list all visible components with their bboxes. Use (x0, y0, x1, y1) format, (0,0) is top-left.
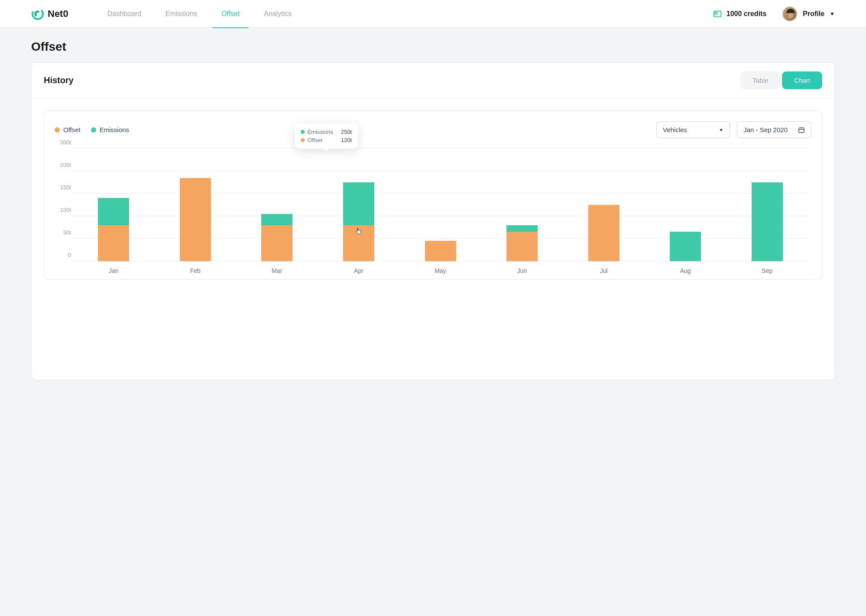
bar-stack (261, 214, 292, 261)
x-tick-label: Aug (645, 267, 727, 274)
tooltip-offset-label: Offset (308, 137, 322, 143)
category-select[interactable]: Vehicles ▼ (656, 121, 730, 138)
bar-sep[interactable] (727, 149, 808, 261)
credits-display[interactable]: 1000 credits (713, 9, 767, 19)
svg-point-1 (35, 10, 41, 16)
cursor-icon (355, 227, 362, 236)
bar-aug[interactable] (645, 149, 727, 261)
bar-mar[interactable] (236, 149, 318, 261)
chart-xlabels: JanFebMarAprMayJunJulAugSep (73, 267, 808, 274)
brand-logo[interactable]: Net0 (31, 7, 68, 20)
view-toggle: Table Chart (740, 71, 822, 89)
x-tick-label: Apr (318, 267, 400, 274)
bar-stack (343, 182, 374, 261)
x-tick-label: Jun (481, 267, 563, 274)
page: Offset History Table Chart Offset (0, 28, 866, 392)
nav-emissions[interactable]: Emissions (165, 1, 197, 26)
chart-tooltip: Emissions 250t Offset 120t (295, 123, 358, 149)
nav-dashboard[interactable]: Dashboard (107, 1, 141, 26)
svg-point-0 (31, 7, 44, 20)
bar-segment-offset (588, 205, 619, 261)
chevron-down-icon: ▼ (719, 127, 723, 133)
history-card: History Table Chart Offset Emissio (31, 62, 835, 380)
bar-stack (752, 182, 783, 261)
legend-offset-dot (55, 127, 60, 133)
calendar-icon (798, 126, 805, 133)
bar-segment-offset (98, 225, 129, 261)
legend-emissions-label: Emissions (100, 126, 129, 133)
daterange-value: Jan - Sep 2020 (743, 126, 788, 133)
topbar: Net0 Dashboard Emissions Offset Analytic… (0, 0, 866, 28)
avatar (782, 6, 798, 22)
bar-jun[interactable] (481, 149, 563, 261)
nav-analytics[interactable]: Analytics (264, 1, 292, 26)
tooltip-offset-value: 120t (341, 137, 352, 143)
bar-segment-emissions (98, 198, 129, 225)
bar-apr[interactable] (318, 149, 400, 261)
bar-jul[interactable] (563, 149, 645, 261)
bar-feb[interactable] (155, 149, 237, 261)
legend-offset: Offset (55, 126, 81, 133)
chart-bars (73, 149, 808, 261)
card-body: Offset Emissions Vehicles ▼ J (32, 98, 834, 380)
tooltip-emissions-label: Emissions (308, 129, 333, 135)
tooltip-row-emissions: Emissions 250t (301, 128, 352, 136)
logo-icon (31, 7, 44, 20)
y-tick-label: 0 (55, 252, 71, 258)
bar-segment-emissions (670, 232, 701, 261)
chart-legend: Offset Emissions (55, 126, 129, 133)
chart-selectors: Vehicles ▼ Jan - Sep 2020 (656, 121, 811, 138)
bar-stack (425, 241, 456, 261)
bar-jan[interactable] (73, 149, 155, 261)
y-tick-label: 150t (55, 184, 71, 191)
x-tick-label: May (399, 267, 481, 274)
legend-emissions-dot (91, 127, 96, 133)
page-title: Offset (31, 40, 835, 54)
bar-stack (98, 198, 129, 261)
tooltip-emissions-value: 250t (341, 129, 352, 135)
profile-label: Profile (803, 10, 824, 18)
card-title: History (44, 75, 74, 85)
tooltip-offset-dot (301, 138, 305, 142)
bar-segment-emissions (506, 225, 538, 232)
chart-controls: Offset Emissions Vehicles ▼ J (55, 121, 811, 138)
y-tick-label: 50t (55, 229, 71, 236)
x-tick-label: Sep (727, 267, 808, 274)
bar-stack (506, 225, 538, 261)
y-tick-label: 200t (55, 162, 71, 168)
daterange-select[interactable]: Jan - Sep 2020 (737, 121, 811, 138)
legend-emissions: Emissions (91, 126, 129, 133)
bar-segment-offset (506, 232, 538, 261)
bar-segment-emissions (343, 182, 374, 225)
toggle-table-button[interactable]: Table (740, 71, 780, 89)
bar-stack (670, 232, 701, 261)
chart-container: Offset Emissions Vehicles ▼ J (44, 110, 822, 280)
main-nav: Dashboard Emissions Offset Analytics (107, 1, 713, 26)
nav-offset[interactable]: Offset (221, 1, 240, 26)
chart-plot: 050t100t150t200t300t Emissions 250t (73, 149, 808, 261)
legend-offset-label: Offset (63, 126, 81, 133)
y-tick-label: 100t (55, 207, 71, 213)
bar-stack (588, 205, 619, 261)
x-tick-label: Jan (73, 267, 155, 274)
bar-segment-emissions (752, 182, 783, 261)
x-tick-label: Jul (563, 267, 645, 274)
toggle-chart-button[interactable]: Chart (782, 71, 822, 89)
x-tick-label: Feb (155, 267, 237, 274)
x-tick-label: Mar (236, 267, 318, 274)
y-tick-label: 300t (55, 139, 71, 146)
topbar-right: 1000 credits Profile ▼ (713, 6, 835, 22)
tooltip-emissions-dot (301, 130, 305, 134)
bar-segment-offset (425, 241, 456, 261)
svg-rect-3 (715, 12, 717, 14)
credits-label: 1000 credits (727, 10, 767, 18)
tooltip-row-offset: Offset 120t (301, 136, 352, 144)
brand-name: Net0 (48, 8, 68, 19)
bar-may[interactable] (399, 149, 481, 261)
profile-menu[interactable]: Profile ▼ (782, 6, 835, 22)
credits-icon (713, 9, 722, 19)
category-select-value: Vehicles (663, 126, 687, 133)
card-header: History Table Chart (32, 63, 834, 98)
bar-segment-emissions (261, 214, 292, 225)
bar-segment-offset (261, 225, 292, 261)
